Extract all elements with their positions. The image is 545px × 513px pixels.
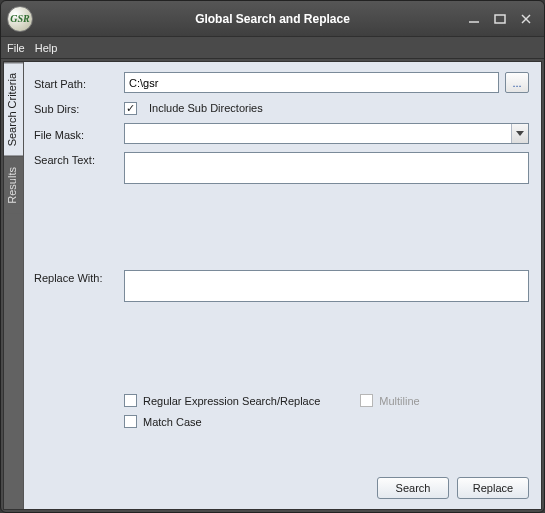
client-area: Search Criteria Results Start Path: ... … bbox=[3, 61, 542, 510]
label-search-text: Search Text: bbox=[34, 152, 124, 166]
label-start-path: Start Path: bbox=[34, 76, 124, 90]
close-button[interactable] bbox=[518, 12, 534, 26]
replace-button[interactable]: Replace bbox=[457, 477, 529, 499]
options-group: Regular Expression Search/Replace Multil… bbox=[124, 394, 529, 436]
app-icon: GSR bbox=[7, 6, 33, 32]
browse-button[interactable]: ... bbox=[505, 72, 529, 93]
multiline-label: Multiline bbox=[379, 395, 419, 407]
window-title: Global Search and Replace bbox=[1, 12, 544, 26]
match-case-checkbox[interactable] bbox=[124, 415, 137, 428]
label-file-mask: File Mask: bbox=[34, 127, 124, 141]
menu-bar: File Help bbox=[1, 37, 544, 59]
search-text-input[interactable] bbox=[124, 152, 529, 184]
minimize-button[interactable] bbox=[466, 12, 482, 26]
chevron-down-icon bbox=[516, 131, 524, 137]
footer-buttons: Search Replace bbox=[34, 469, 529, 499]
window-controls bbox=[466, 12, 544, 26]
row-search-text: Search Text: bbox=[34, 152, 529, 262]
include-subdirs-label: Include Sub Directories bbox=[149, 102, 263, 114]
start-path-input[interactable] bbox=[124, 72, 499, 93]
regex-label: Regular Expression Search/Replace bbox=[143, 395, 320, 407]
svg-rect-1 bbox=[495, 15, 505, 23]
search-button[interactable]: Search bbox=[377, 477, 449, 499]
tab-search-criteria[interactable]: Search Criteria bbox=[4, 62, 23, 156]
regex-checkbox[interactable] bbox=[124, 394, 137, 407]
match-case-label: Match Case bbox=[143, 416, 202, 428]
maximize-button[interactable] bbox=[492, 12, 508, 26]
menu-file[interactable]: File bbox=[7, 42, 25, 54]
menu-help[interactable]: Help bbox=[35, 42, 58, 54]
maximize-icon bbox=[494, 14, 506, 24]
row-file-mask: File Mask: bbox=[34, 123, 529, 144]
row-sub-dirs: Sub Dirs: Include Sub Directories bbox=[34, 101, 529, 115]
close-icon bbox=[520, 14, 532, 24]
svg-marker-4 bbox=[516, 131, 524, 136]
vertical-tabs: Search Criteria Results bbox=[4, 62, 24, 509]
title-bar: GSR Global Search and Replace bbox=[1, 1, 544, 37]
include-subdirs-checkbox[interactable] bbox=[124, 102, 137, 115]
label-sub-dirs: Sub Dirs: bbox=[34, 101, 124, 115]
app-window: GSR Global Search and Replace File Help … bbox=[0, 0, 545, 513]
row-start-path: Start Path: ... bbox=[34, 72, 529, 93]
row-replace-with: Replace With: bbox=[34, 270, 529, 380]
tab-results[interactable]: Results bbox=[4, 156, 23, 214]
file-mask-dropdown-button[interactable] bbox=[511, 124, 528, 143]
file-mask-combo[interactable] bbox=[124, 123, 529, 144]
label-replace-with: Replace With: bbox=[34, 270, 124, 284]
replace-with-input[interactable] bbox=[124, 270, 529, 302]
minimize-icon bbox=[468, 14, 480, 24]
file-mask-value[interactable] bbox=[125, 124, 511, 143]
multiline-checkbox bbox=[360, 394, 373, 407]
search-criteria-panel: Start Path: ... Sub Dirs: Include Sub Di… bbox=[24, 62, 541, 509]
